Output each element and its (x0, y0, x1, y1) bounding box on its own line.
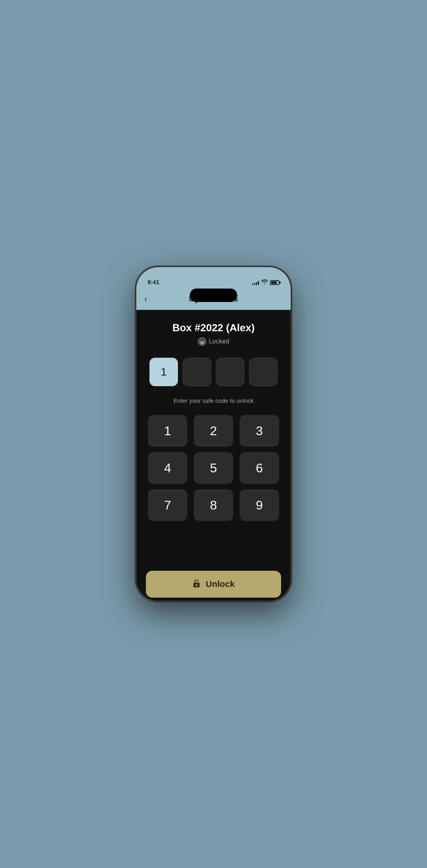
bottom-bar: Unlock (136, 566, 291, 601)
numpad-key-4[interactable]: 4 (148, 452, 187, 484)
code-box-1[interactable]: 1 (149, 358, 178, 386)
numpad: 1 2 3 4 5 6 7 8 9 (146, 415, 281, 557)
phone-frame: 9:41 ‹ My Lockboxes (136, 267, 291, 601)
back-button[interactable]: ‹ (141, 291, 150, 308)
numpad-key-8[interactable]: 8 (194, 489, 233, 521)
status-bar: 9:41 (136, 267, 291, 289)
unlock-label: Unlock (206, 579, 234, 589)
main-content: Box #2022 (Alex) Locked 1 Enter your saf… (136, 310, 291, 566)
unlock-button[interactable]: Unlock (146, 571, 281, 598)
numpad-key-1[interactable]: 1 (148, 415, 187, 447)
numpad-key-5[interactable]: 5 (194, 452, 233, 484)
numpad-key-7[interactable]: 7 (148, 489, 187, 521)
code-box-3[interactable] (216, 358, 244, 386)
numpad-key-2[interactable]: 2 (194, 415, 233, 447)
wifi-icon (261, 279, 268, 285)
numpad-key-3[interactable]: 3 (240, 415, 279, 447)
numpad-key-6[interactable]: 6 (240, 452, 279, 484)
status-icons (252, 279, 280, 285)
locked-badge: Locked (198, 337, 229, 346)
numpad-row-2: 4 5 6 (148, 452, 279, 484)
lock-status-icon (198, 337, 206, 346)
box-title: Box #2022 (Alex) (172, 322, 255, 334)
status-time: 9:41 (147, 279, 159, 285)
battery-icon (270, 280, 280, 285)
dynamic-island (190, 289, 237, 302)
code-hint: Enter your safe code to unlock (174, 397, 254, 404)
numpad-row-3: 7 8 9 (148, 489, 279, 521)
locked-text: Locked (209, 338, 229, 345)
numpad-key-9[interactable]: 9 (240, 489, 279, 521)
svg-point-1 (202, 342, 202, 343)
code-input-boxes: 1 (149, 358, 278, 386)
battery-fill (271, 281, 277, 284)
code-box-4[interactable] (249, 358, 278, 386)
code-box-2[interactable] (183, 358, 211, 386)
numpad-row-1: 1 2 3 (148, 415, 279, 447)
signal-icon (252, 280, 259, 285)
unlock-icon (192, 579, 201, 590)
